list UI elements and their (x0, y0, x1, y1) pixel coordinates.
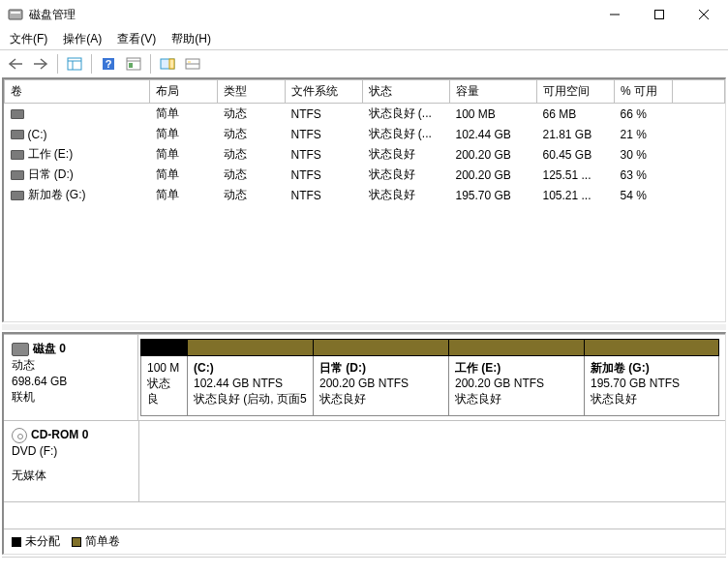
cell-status: 状态良好 (... (363, 104, 450, 125)
list-button[interactable] (156, 52, 179, 76)
partition-label: 日常 (D:) (319, 360, 442, 376)
svg-rect-1 (11, 12, 20, 14)
menu-help[interactable]: 帮助(H) (166, 29, 217, 49)
col-layout[interactable]: 布局 (150, 80, 218, 104)
legend: 未分配 简单卷 (4, 529, 725, 554)
disk-row-0[interactable]: 磁盘 0 动态 698.64 GB 联机 100 M状态良(C:)102.44 … (4, 334, 725, 421)
cell-fs: NTFS (286, 104, 363, 125)
partition-stripe (584, 339, 719, 356)
menu-file[interactable]: 文件(F) (4, 29, 53, 49)
volume-name: 日常 (D:) (28, 167, 74, 181)
volume-icon (11, 170, 24, 180)
disk-type: 动态 (12, 357, 130, 374)
cell-layout: 简单 (150, 144, 218, 165)
table-row[interactable]: 工作 (E:)简单动态NTFS状态良好200.20 GB60.45 GB30 % (5, 144, 725, 165)
settings-button[interactable] (122, 52, 145, 76)
table-row[interactable]: 日常 (D:)简单动态NTFS状态良好200.20 GB125.51 ...63… (5, 165, 725, 185)
cdrom-empty-area (139, 421, 725, 501)
table-row[interactable]: 新加卷 (G:)简单动态NTFS状态良好195.70 GB105.21 ...5… (5, 185, 725, 205)
col-type[interactable]: 类型 (218, 80, 286, 104)
col-status[interactable]: 状态 (363, 80, 450, 104)
disk-state: 联机 (12, 389, 130, 406)
partition-stripe (187, 339, 313, 356)
help-button[interactable]: ? (97, 52, 120, 76)
cell-free: 66 MB (537, 104, 615, 125)
partition-status: 状态良好 (455, 391, 578, 407)
app-icon (8, 7, 23, 22)
col-pct[interactable]: % 可用 (615, 80, 673, 104)
titlebar: 磁盘管理 (0, 0, 728, 29)
cell-type: 动态 (218, 124, 286, 144)
partition-size: 200.20 GB NTFS (455, 376, 578, 391)
cell-layout: 简单 (150, 124, 218, 144)
cell-pct: 66 % (615, 104, 673, 125)
table-row[interactable]: 简单动态NTFS状态良好 (...100 MB66 MB66 % (5, 104, 725, 125)
partition-stripe (313, 339, 448, 356)
cell-status: 状态良好 (363, 165, 450, 185)
menu-action[interactable]: 操作(A) (57, 29, 107, 49)
partition-status: 状态良好 (319, 391, 442, 407)
disk-icon (12, 343, 29, 356)
volume-table: 卷 布局 类型 文件系统 状态 容量 可用空间 % 可用 简单动态NTFS状态良… (4, 79, 725, 205)
col-volume[interactable]: 卷 (5, 80, 150, 104)
menu-view[interactable]: 查看(V) (111, 29, 162, 49)
cell-free: 125.51 ... (537, 165, 615, 185)
col-extra[interactable] (673, 80, 725, 104)
partition-status: 状态良好 (591, 391, 713, 407)
partition-size: 102.44 GB NTFS (194, 376, 307, 391)
partition-label: (C:) (194, 360, 307, 376)
partition-status: 状态良 (147, 376, 181, 407)
col-fs[interactable]: 文件系统 (286, 80, 363, 104)
col-capacity[interactable]: 容量 (450, 80, 537, 104)
svg-rect-0 (9, 10, 22, 19)
cell-capacity: 200.20 GB (450, 165, 537, 185)
cell-status: 状态良好 (363, 144, 450, 165)
disk-map-pane: 磁盘 0 动态 698.64 GB 联机 100 M状态良(C:)102.44 … (2, 332, 726, 555)
cdrom-sub: DVD (F:) (12, 443, 131, 460)
statusbar (2, 557, 726, 574)
col-free[interactable]: 可用空间 (537, 80, 615, 104)
cell-capacity: 100 MB (450, 104, 537, 125)
svg-rect-18 (188, 61, 191, 63)
separator (91, 54, 92, 74)
close-button[interactable] (682, 0, 726, 29)
partition-status: 状态良好 (启动, 页面5 (194, 391, 307, 407)
table-row[interactable]: (C:)简单动态NTFS状态良好 (...102.44 GB21.81 GB21… (5, 124, 725, 144)
disk-title: 磁盘 0 (33, 342, 66, 355)
toolbar: ? (0, 50, 728, 77)
partition-stripe (140, 339, 187, 356)
partition-block[interactable]: 新加卷 (G:)195.70 GB NTFS状态良好 (584, 356, 719, 416)
cell-pct: 21 % (615, 124, 673, 144)
legend-simple: 简单卷 (72, 533, 120, 550)
disk-partitions: 100 M状态良(C:)102.44 GB NTFS状态良好 (启动, 页面5日… (138, 335, 725, 420)
partition-block[interactable]: 日常 (D:)200.20 GB NTFS状态良好 (313, 356, 448, 416)
cell-fs: NTFS (286, 144, 363, 165)
details-button[interactable] (181, 52, 204, 76)
volume-name: 新加卷 (G:) (28, 188, 86, 201)
splitter[interactable] (2, 324, 726, 330)
partition-size: 200.20 GB NTFS (319, 376, 442, 391)
partition-block[interactable]: 工作 (E:)200.20 GB NTFS状态良好 (448, 356, 584, 416)
partition-size: 100 M (147, 360, 181, 376)
show-hide-button[interactable] (63, 52, 86, 76)
partition-block[interactable]: (C:)102.44 GB NTFS状态良好 (启动, 页面5 (187, 356, 313, 416)
maximize-button[interactable] (637, 0, 682, 29)
volume-name: (C:) (28, 128, 47, 141)
svg-rect-6 (68, 58, 81, 70)
partition-stripe (448, 339, 584, 356)
volume-list-pane: 卷 布局 类型 文件系统 状态 容量 可用空间 % 可用 简单动态NTFS状态良… (2, 77, 726, 322)
partition-block[interactable]: 100 M状态良 (140, 356, 187, 416)
cell-fs: NTFS (286, 185, 363, 205)
back-button[interactable] (4, 52, 27, 76)
window-title: 磁盘管理 (29, 7, 592, 23)
cell-capacity: 200.20 GB (450, 144, 537, 165)
forward-button[interactable] (29, 52, 52, 76)
cell-capacity: 102.44 GB (450, 124, 537, 144)
legend-unallocated: 未分配 (12, 533, 60, 550)
svg-text:?: ? (106, 58, 112, 70)
disk-size: 698.64 GB (12, 374, 130, 390)
svg-rect-3 (655, 11, 664, 19)
minimize-button[interactable] (592, 0, 637, 29)
cell-fs: NTFS (286, 124, 363, 144)
cdrom-row[interactable]: CD-ROM 0 DVD (F:) 无媒体 (4, 421, 725, 502)
